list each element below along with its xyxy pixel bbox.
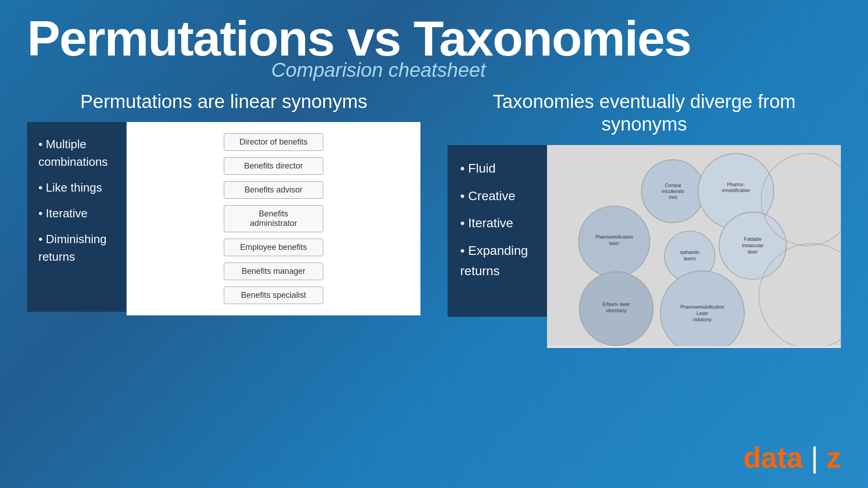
taxonomy-diagram: Corneal micokerato mes Pharmo- emulsific…	[547, 145, 841, 348]
svg-text:Erbium- laser: Erbium- laser	[603, 301, 630, 306]
logo-data: data	[743, 441, 803, 474]
svg-text:Foldable: Foldable	[744, 236, 761, 241]
svg-text:laser: laser	[748, 249, 758, 254]
left-bullet-list: Multiple combinations Like things Iterat…	[38, 136, 115, 266]
left-bullet-4: Diminishing returns	[38, 230, 115, 266]
left-bullet-1: Multiple combinations	[38, 136, 115, 171]
svg-text:iridotomy: iridotomy	[693, 317, 712, 322]
svg-text:Corneal: Corneal	[665, 183, 681, 188]
right-column-title: Taxonomies eventually diverge from synon…	[448, 90, 841, 136]
right-bullet-2: Creative	[460, 186, 534, 206]
left-panel: Multiple combinations Like things Iterat…	[27, 122, 420, 315]
benefit-item-4: Benefits administrator	[224, 205, 323, 232]
content-row: Permutations are linear synonyms Multipl…	[27, 90, 841, 348]
benefit-item-3: Benefits advisor	[224, 181, 323, 199]
svg-text:lasers: lasers	[684, 256, 696, 261]
svg-text:Pharmoelsification: Pharmoelsification	[595, 235, 633, 239]
title-area: Permutations vs Taxonomies Comparision c…	[27, 14, 841, 81]
benefit-item-2: Benefits director	[224, 157, 323, 175]
right-bullet-box: Fluid Creative Iterative Expanding retur…	[448, 145, 547, 317]
benefit-item-5: Employee benefits	[224, 239, 323, 256]
left-bullet-3: Iterative	[38, 205, 115, 222]
dataz-logo: data | z	[743, 441, 841, 474]
svg-text:Intraocular: Intraocular	[742, 243, 764, 248]
logo-z: z	[826, 441, 841, 474]
left-column-title: Permutations are linear synonyms	[27, 90, 420, 113]
taxonomy-svg: Corneal micokerato mes Pharmo- emulsific…	[547, 145, 841, 347]
left-column: Permutations are linear synonyms Multipl…	[27, 90, 420, 315]
main-title: Permutations vs Taxonomies	[27, 14, 841, 63]
svg-text:Laser: Laser	[697, 311, 708, 316]
svg-text:emulsification: emulsification	[722, 188, 750, 193]
left-bullet-2: Like things	[38, 179, 115, 197]
benefit-item-1: Director of benefits	[224, 133, 323, 151]
logo-separator: |	[803, 441, 826, 474]
left-bullet-box: Multiple combinations Like things Iterat…	[27, 122, 127, 312]
benefit-item-7: Benefits specialist	[224, 286, 323, 304]
right-panel: Fluid Creative Iterative Expanding retur…	[448, 145, 841, 348]
right-bullet-4: Expanding returns	[460, 241, 534, 282]
svg-text:opthamlic: opthamlic	[680, 250, 700, 255]
benefit-item-6: Benefits manager	[224, 263, 323, 280]
svg-text:laser: laser	[609, 241, 620, 246]
svg-text:micokerato: micokerato	[662, 189, 684, 194]
slide: Permutations vs Taxonomies Comparision c…	[0, 0, 868, 488]
svg-text:vitrectomy: vitrectomy	[606, 308, 627, 313]
svg-text:Pharmo-: Pharmo-	[727, 182, 745, 187]
right-bullet-1: Fluid	[460, 159, 534, 179]
svg-text:Pharmoemulsification: Pharmoemulsification	[680, 305, 725, 310]
svg-text:mes: mes	[669, 195, 677, 200]
permutation-diagram: Director of benefits Benefits director B…	[127, 122, 420, 315]
right-bullet-3: Iterative	[460, 213, 534, 234]
right-bullet-list: Fluid Creative Iterative Expanding retur…	[460, 159, 534, 282]
right-column: Taxonomies eventually diverge from synon…	[448, 90, 841, 348]
